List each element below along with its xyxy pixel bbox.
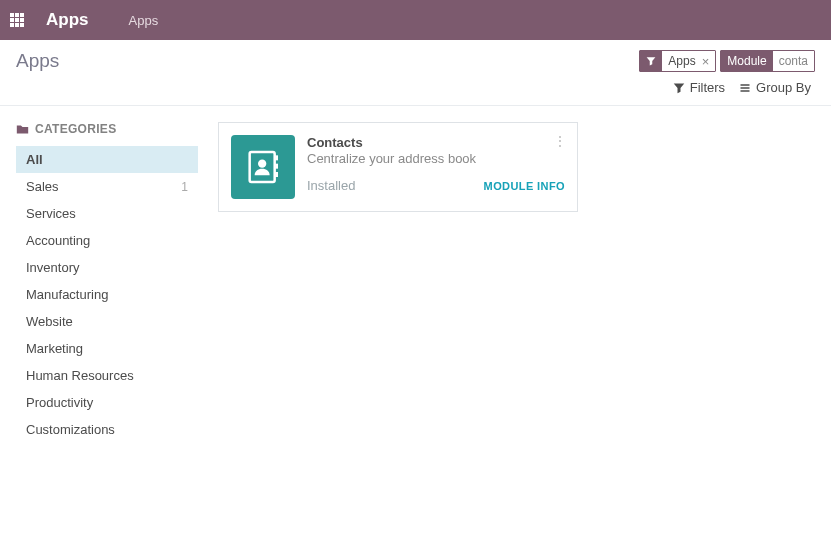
sidebar-item-services[interactable]: Services [16,200,198,227]
sidebar-item-sales[interactable]: Sales 1 [16,173,198,200]
filter-icon [640,51,662,71]
sidebar-item-label: Human Resources [26,368,134,383]
module-description: Centralize your address book [307,151,565,166]
module-body: Contacts Centralize your address book In… [307,135,565,199]
svg-point-1 [258,160,266,168]
sidebar-item-accounting[interactable]: Accounting [16,227,198,254]
module-info-button[interactable]: MODULE INFO [484,180,565,192]
sidebar-item-human-resources[interactable]: Human Resources [16,362,198,389]
search-tag-module[interactable]: Module conta [720,50,815,72]
sidebar-item-label: Customizations [26,422,115,437]
contacts-icon [231,135,295,199]
sidebar-header: CATEGORIES [16,122,198,136]
groupby-label: Group By [756,80,811,95]
sidebar-item-label: Services [26,206,76,221]
groupby-button[interactable]: Group By [739,80,811,95]
sidebar: CATEGORIES All Sales 1 Services Accounti… [0,106,198,532]
sidebar-item-manufacturing[interactable]: Manufacturing [16,281,198,308]
filter-icon [673,82,685,94]
kebab-icon[interactable]: ⋮ [553,133,567,149]
sidebar-item-all[interactable]: All [16,146,198,173]
sidebar-item-productivity[interactable]: Productivity [16,389,198,416]
search-tag-label: Apps [662,54,701,68]
control-panel: Apps Apps × Module conta Filters Group B… [0,40,831,106]
navbar: Apps Apps [0,0,831,40]
filters-button[interactable]: Filters [673,80,725,95]
folder-icon [16,123,29,136]
sidebar-item-label: All [26,152,43,167]
module-card[interactable]: ⋮ Contacts Centralize your address book … [218,122,578,212]
module-name: Contacts [307,135,565,150]
sidebar-header-label: CATEGORIES [35,122,116,136]
page-title: Apps [16,50,59,72]
svg-rect-4 [275,172,278,177]
sidebar-item-label: Website [26,314,73,329]
sidebar-item-customizations[interactable]: Customizations [16,416,198,443]
close-icon[interactable]: × [702,54,716,69]
navbar-menu-apps[interactable]: Apps [129,13,159,28]
sidebar-item-label: Marketing [26,341,83,356]
sidebar-item-label: Manufacturing [26,287,108,302]
filters-label: Filters [690,80,725,95]
sidebar-item-label: Productivity [26,395,93,410]
apps-grid-icon[interactable] [10,13,26,27]
svg-rect-3 [275,164,278,169]
sidebar-item-count: 1 [181,180,188,194]
search-tag-badge: Module [721,51,772,71]
sidebar-item-marketing[interactable]: Marketing [16,335,198,362]
sidebar-item-label: Inventory [26,260,79,275]
sidebar-item-label: Sales [26,179,59,194]
sidebar-item-website[interactable]: Website [16,308,198,335]
svg-rect-2 [275,155,278,160]
navbar-brand: Apps [46,10,89,30]
module-status: Installed [307,178,355,193]
sidebar-item-label: Accounting [26,233,90,248]
content: ⋮ Contacts Centralize your address book … [198,106,831,532]
main: CATEGORIES All Sales 1 Services Accounti… [0,106,831,532]
search-tag-apps[interactable]: Apps × [639,50,716,72]
search-tag-value: conta [773,54,814,68]
sidebar-item-inventory[interactable]: Inventory [16,254,198,281]
search-facets: Apps × Module conta [639,50,815,72]
list-icon [739,82,751,94]
